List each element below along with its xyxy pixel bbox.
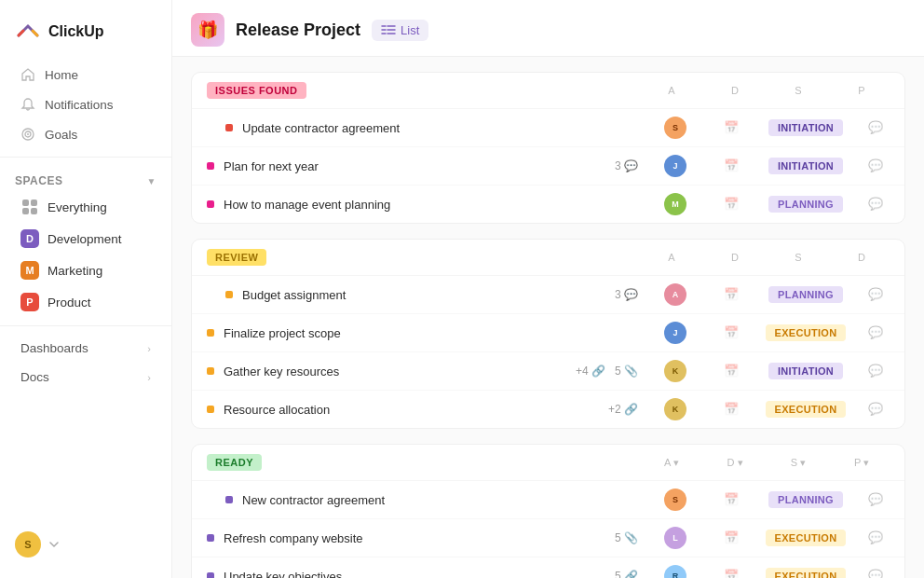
spaces-section-title: Spaces ▼ bbox=[0, 165, 171, 191]
home-label: Home bbox=[45, 68, 78, 82]
sidebar-item-dashboards[interactable]: Dashboards › bbox=[6, 335, 166, 362]
table-row[interactable]: Update contractor agreement S 📅 INITIATI… bbox=[192, 109, 904, 147]
sidebar-divider-1 bbox=[0, 157, 171, 158]
sidebar-item-product[interactable]: P Product bbox=[6, 287, 166, 317]
svg-rect-3 bbox=[22, 200, 29, 206]
status-badge: PLANNING bbox=[768, 491, 843, 508]
sidebar-item-goals[interactable]: Goals bbox=[6, 120, 166, 148]
task-dot bbox=[207, 367, 214, 375]
sidebar-item-development[interactable]: D Development bbox=[6, 224, 166, 254]
avatar: A bbox=[664, 283, 686, 306]
task-dot bbox=[207, 572, 214, 578]
group-header-review: REVIEW A D S D bbox=[192, 240, 904, 276]
avatar: L bbox=[664, 527, 686, 549]
sidebar-item-marketing[interactable]: M Marketing bbox=[6, 255, 166, 285]
bell-icon bbox=[20, 97, 35, 112]
chat-icon: 💬 bbox=[868, 325, 883, 340]
calendar-icon: 📅 bbox=[724, 197, 739, 212]
status-badge: INITIATION bbox=[768, 119, 843, 136]
status-badge: PLANNING bbox=[768, 286, 843, 303]
table-row[interactable]: Resource allocation +2 🔗 K 📅 EXECUTION 💬 bbox=[192, 391, 904, 428]
calendar-icon: 📅 bbox=[724, 402, 739, 417]
chat-icon: 💬 bbox=[868, 158, 883, 173]
sidebar-item-home[interactable]: Home bbox=[6, 61, 166, 89]
task-dot bbox=[207, 200, 214, 208]
status-badge: EXECUTION bbox=[766, 324, 847, 341]
development-label: Development bbox=[48, 232, 122, 246]
list-badge[interactable]: List bbox=[372, 20, 428, 41]
product-icon: P bbox=[20, 293, 39, 311]
chat-icon: 💬 bbox=[868, 402, 883, 417]
calendar-icon: 📅 bbox=[724, 492, 739, 507]
task-name: Plan for next year bbox=[224, 159, 605, 173]
task-extra: +2 🔗 bbox=[608, 403, 638, 416]
task-name: How to manage event planning bbox=[224, 198, 638, 212]
svg-rect-6 bbox=[31, 208, 37, 214]
task-dot bbox=[207, 329, 214, 337]
avatar: K bbox=[664, 398, 686, 420]
sidebar-item-docs[interactable]: Docs › bbox=[6, 364, 166, 391]
col-d-ready: D ▾ bbox=[707, 457, 763, 469]
avatar: S bbox=[664, 489, 686, 511]
table-row[interactable]: Refresh company website 5 📎 L 📅 EXECUTIO… bbox=[192, 519, 904, 557]
table-row[interactable]: Plan for next year 3 💬 J 📅 INITIATION 💬 bbox=[192, 147, 904, 186]
svg-point-2 bbox=[27, 133, 29, 135]
sidebar-item-notifications[interactable]: Notifications bbox=[6, 90, 166, 118]
group-header-issues: ISSUES FOUND A D S P bbox=[192, 73, 904, 109]
sidebar-footer: S bbox=[0, 522, 171, 567]
col-d-label: D bbox=[707, 252, 763, 263]
task-name: Gather key resources bbox=[224, 365, 566, 378]
col-p-label: P bbox=[834, 85, 890, 96]
table-row[interactable]: Update key objectives 5 🔗 R 📅 EXECUTION … bbox=[192, 557, 904, 578]
status-badge: EXECUTION bbox=[766, 568, 847, 578]
task-name: New contractor agreement bbox=[242, 493, 638, 507]
col-a-ready: A ▾ bbox=[644, 457, 700, 469]
avatar: K bbox=[664, 360, 686, 382]
spaces-chevron-icon[interactable]: ▼ bbox=[147, 176, 156, 186]
table-row[interactable]: Budget assignment 3 💬 A 📅 PLANNING 💬 bbox=[192, 276, 904, 314]
list-icon bbox=[381, 24, 396, 35]
user-avatar[interactable]: S bbox=[15, 531, 41, 557]
project-icon: 🎁 bbox=[191, 13, 224, 47]
task-extra: +4 🔗 5 📎 bbox=[576, 365, 638, 378]
calendar-icon: 📅 bbox=[724, 120, 739, 135]
task-name: Finalize project scope bbox=[224, 326, 638, 340]
product-label: Product bbox=[48, 296, 91, 310]
dashboards-chevron-icon: › bbox=[147, 343, 151, 354]
development-icon: D bbox=[20, 229, 39, 248]
task-dot bbox=[207, 406, 214, 413]
group-cols-review: A D S D bbox=[644, 252, 890, 263]
everything-icon bbox=[20, 198, 39, 216]
task-dot bbox=[207, 534, 214, 542]
marketing-label: Marketing bbox=[48, 264, 102, 278]
table-row[interactable]: Finalize project scope J 📅 EXECUTION 💬 bbox=[192, 314, 904, 352]
chat-icon: 💬 bbox=[868, 569, 883, 578]
ready-badge: READY bbox=[207, 454, 262, 471]
col-a-label: A bbox=[644, 252, 700, 263]
group-review: REVIEW A D S D Budget assignment 3 💬 A 📅… bbox=[191, 239, 905, 429]
logo[interactable]: ClickUp bbox=[0, 11, 171, 60]
task-dot bbox=[225, 124, 233, 131]
status-badge: INITIATION bbox=[768, 363, 843, 379]
table-row[interactable]: How to manage event planning M 📅 PLANNIN… bbox=[192, 186, 904, 223]
avatar: R bbox=[664, 565, 686, 578]
calendar-icon: 📅 bbox=[724, 158, 739, 173]
calendar-icon: 📅 bbox=[724, 287, 739, 302]
group-header-ready: READY A ▾ D ▾ S ▾ P ▾ bbox=[192, 445, 904, 481]
status-badge: EXECUTION bbox=[766, 530, 847, 546]
review-badge: REVIEW bbox=[207, 249, 266, 266]
table-row[interactable]: New contractor agreement S 📅 PLANNING 💬 bbox=[192, 481, 904, 519]
logo-text: ClickUp bbox=[48, 23, 104, 40]
calendar-icon: 📅 bbox=[724, 569, 739, 578]
col-d2-label: D bbox=[834, 252, 890, 263]
sidebar-item-everything[interactable]: Everything bbox=[6, 192, 166, 222]
table-row[interactable]: Gather key resources +4 🔗 5 📎 K 📅 INITIA… bbox=[192, 352, 904, 391]
sidebar: ClickUp Home Notifications Goals Spaces … bbox=[0, 0, 172, 578]
page-header: 🎁 Release Project List bbox=[172, 0, 924, 57]
main-content: 🎁 Release Project List ISSUES FOUND A D … bbox=[172, 0, 924, 578]
goals-label: Goals bbox=[45, 128, 77, 142]
user-menu-icon[interactable] bbox=[48, 539, 60, 550]
svg-rect-4 bbox=[31, 200, 37, 206]
task-dot bbox=[225, 291, 233, 298]
group-cols-issues: A D S P bbox=[644, 85, 890, 96]
